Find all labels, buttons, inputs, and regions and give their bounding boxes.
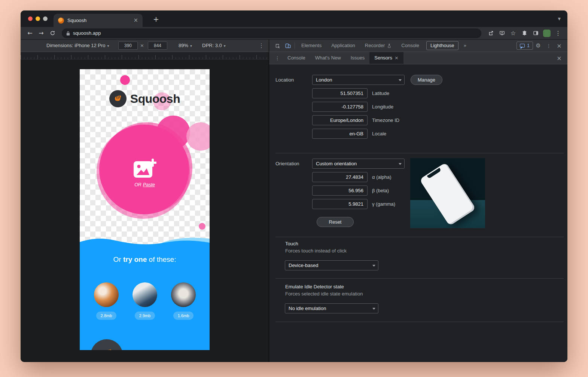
orientation-preview[interactable] [410, 158, 485, 228]
touch-title: Touch [285, 241, 298, 246]
chevron-down-icon: ▾ [107, 44, 109, 48]
bookmark-star-icon[interactable]: ☆ [508, 28, 519, 39]
device-viewport: Squoosh [80, 69, 210, 350]
experiment-flask-icon [387, 43, 392, 48]
location-select[interactable]: London [312, 75, 405, 85]
device-toolbar: Dimensions: iPhone 12 Pro▾ 390 × 844 89%… [21, 40, 269, 52]
pink-dot [120, 75, 130, 85]
devtools-pane: Elements Application Recorder Console Li… [269, 40, 567, 362]
minimize-window-button[interactable] [36, 16, 40, 21]
ruler [21, 52, 269, 59]
drawer-tab-issues[interactable]: Issues [346, 52, 370, 64]
console-message-badge[interactable]: 1 [517, 42, 533, 50]
devtools-main-toolbar: Elements Application Recorder Console Li… [269, 40, 567, 52]
timezone-input[interactable]: Europe/London [312, 115, 368, 125]
latitude-input[interactable]: 51.507351 [312, 88, 368, 98]
drawer-menu-icon[interactable]: ⋮ [272, 53, 283, 63]
devtools-close-icon[interactable]: × [554, 41, 564, 50]
height-input[interactable]: 844 [148, 42, 167, 50]
add-image-button[interactable] [132, 158, 156, 181]
close-window-button[interactable] [28, 16, 33, 21]
location-label: Location [275, 75, 294, 85]
orientation-select[interactable]: Custom orientation [312, 159, 405, 169]
divider [275, 153, 564, 153]
tab-application[interactable]: Application [326, 40, 360, 52]
touch-subtitle: Forces touch instead of click [285, 248, 347, 254]
gamma-input[interactable]: 5.9821 [312, 199, 368, 209]
tab-recorder[interactable]: Recorder [360, 40, 396, 52]
device-toolbar-toggle-icon[interactable] [283, 41, 293, 50]
tab-elements[interactable]: Elements [296, 40, 326, 52]
sample-image-phone[interactable] [171, 282, 196, 307]
reset-button[interactable]: Reset [317, 217, 354, 227]
more-tabs-icon[interactable]: » [461, 40, 470, 52]
traffic-lights [28, 16, 48, 21]
share-icon[interactable] [485, 28, 496, 39]
zoom-select[interactable]: 89%▾ [179, 43, 192, 48]
or-paste-text: ORPaste [80, 182, 210, 187]
sensors-tab-close-icon[interactable]: × [394, 52, 399, 64]
sample-image-photographer[interactable] [132, 282, 157, 307]
tab-close-icon[interactable]: × [133, 18, 138, 23]
chevron-down-icon: ▾ [224, 44, 226, 48]
omnibox[interactable]: squoosh.app [62, 28, 481, 38]
alpha-input[interactable]: 27.4834 [312, 172, 368, 182]
lock-icon [66, 31, 70, 36]
locale-input[interactable]: en-GB [312, 129, 368, 139]
longitude-input[interactable]: -0.127758 [312, 102, 368, 112]
dimension-times-label: × [140, 43, 144, 48]
chevron-down-icon [372, 265, 375, 267]
size-badge: 1.6mb [173, 312, 194, 320]
sensors-panel: Location London Manage 51.507351 Latitud… [269, 64, 567, 362]
idle-title: Emulate Idle Detector state [285, 284, 344, 289]
browser-menu-icon[interactable]: ⋮ [552, 28, 564, 39]
tab-lighthouse[interactable]: Lighthouse [426, 41, 458, 50]
longitude-label: Longitude [372, 102, 393, 112]
divider [275, 322, 564, 322]
divider [275, 237, 564, 237]
url-text: squoosh.app [73, 30, 101, 36]
reload-button[interactable] [47, 28, 58, 39]
sample-image-panda[interactable] [94, 282, 119, 307]
forward-button[interactable]: → [36, 28, 47, 39]
drawer-tab-console[interactable]: Console [283, 52, 310, 64]
drawer-tab-whats-new[interactable]: What's New [310, 52, 346, 64]
browser-tab[interactable]: Squoosh × [54, 14, 143, 27]
dimensions-select[interactable]: Dimensions: iPhone 12 Pro▾ [46, 43, 109, 48]
tab-search-chevron-icon[interactable]: ▾ [558, 15, 561, 22]
touch-select[interactable]: Device-based [285, 260, 378, 270]
squoosh-logo: Squoosh [80, 90, 210, 107]
idle-select[interactable]: No idle emulation [285, 303, 378, 313]
inspect-element-icon[interactable] [272, 41, 283, 50]
phone-3d-model [419, 162, 476, 226]
extensions-icon[interactable] [519, 28, 530, 39]
phone-notch [427, 168, 441, 179]
try-one-heading: Or try one of these: [80, 255, 210, 264]
device-toolbar-menu-icon[interactable]: ⋮ [259, 42, 264, 49]
drawer-close-icon[interactable]: × [554, 53, 564, 63]
pink-dot [199, 223, 205, 230]
chevron-down-icon [372, 308, 375, 310]
squoosh-logo-icon [109, 90, 127, 107]
settings-gear-icon[interactable]: ⚙ [533, 41, 543, 50]
beta-input[interactable]: 56.956 [312, 186, 368, 196]
new-tab-button[interactable]: + [151, 14, 161, 24]
width-input[interactable]: 390 [118, 42, 138, 50]
tab-console[interactable]: Console [396, 40, 424, 52]
manage-button[interactable]: Manage [411, 75, 442, 85]
drawer-tab-sensors[interactable]: Sensors × [369, 52, 403, 64]
idle-subtitle: Forces selected idle state emulation [285, 291, 363, 297]
back-button[interactable]: ← [24, 28, 36, 39]
install-app-icon[interactable] [496, 28, 508, 39]
devtools-menu-icon[interactable]: ⋮ [543, 41, 554, 50]
pink-blob-circle [186, 122, 210, 151]
paste-link[interactable]: Paste [143, 182, 155, 187]
size-badge: 2.9mb [135, 312, 155, 320]
dpr-select[interactable]: DPR: 3.0▾ [202, 43, 226, 48]
side-panel-icon[interactable] [530, 28, 541, 39]
beta-label: β (beta) [372, 186, 389, 196]
fullscreen-window-button[interactable] [43, 16, 48, 21]
profile-avatar[interactable] [543, 30, 551, 37]
timezone-label: Timezone ID [372, 115, 399, 125]
chevron-down-icon [399, 163, 402, 165]
